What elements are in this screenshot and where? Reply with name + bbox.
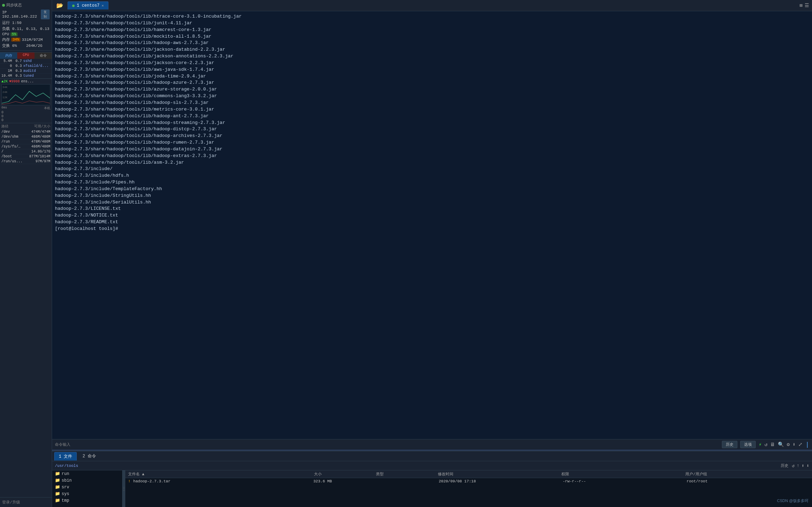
file-row-0[interactable]: ! hadoop-2.7.3.tar 323.6 MB 2020/09/08 1… (125, 478, 812, 484)
sync-status-row: 同步状态 (2, 1, 50, 9)
scrollbar-indicator: | (805, 441, 809, 448)
proc-cmd-3: tuned (23, 74, 51, 78)
login-upgrade-button[interactable]: 登录/升级 (0, 497, 52, 507)
tree-item-tmp[interactable]: 📁 tmp (52, 497, 122, 504)
svg-text:34K: 34K (2, 86, 7, 89)
terminal-output[interactable]: hadoop-2.7.3/share/hadoop/tools/lib/htra… (52, 11, 812, 439)
tree-label-srv: srv (62, 485, 69, 490)
tree-label-tmp: tmp (62, 498, 69, 503)
file-download2-icon[interactable]: ⬇ (806, 463, 809, 469)
disk-avail-1: 486M/486M (31, 135, 50, 139)
settings-icon[interactable]: ⚙ (787, 442, 789, 447)
terminal-line: hadoop-2.7.3/share/hadoop/tools/lib/metr… (55, 106, 809, 113)
terminal-line: hadoop-2.7.3/include/Pipes.hh (55, 179, 809, 186)
disk-row-1[interactable]: /dev/shm 486M/486M (1, 134, 50, 139)
command-bar: 命令输入 历史 选项 ⚡ ↺ 🖥 🔍 ⚙ ⬇ ⤢ | (52, 439, 812, 450)
ip-label: IP 192.168.149.222 (2, 10, 41, 19)
search-icon[interactable]: 🔍 (778, 442, 784, 447)
file-owner-0: root/root (687, 479, 809, 483)
tab-files[interactable]: 1 文件 (54, 452, 77, 461)
tree-item-run[interactable]: 📁 run (52, 470, 122, 477)
folder-run-icon: 📁 (55, 471, 60, 476)
terminal-line: hadoop-2.7.3/share/hadoop/tools/lib/asm-… (55, 159, 809, 166)
disk-row-4[interactable]: / 14.8G/17G (1, 149, 50, 154)
disk-path-1: /dev/shm (1, 135, 23, 139)
tab-connected-dot (72, 5, 75, 7)
disk-path-6: /run/us... (1, 159, 23, 163)
proc-cpu-3: 0.3 (13, 74, 23, 78)
download-icon[interactable]: ⬇ (793, 442, 795, 447)
list-layout-icon[interactable]: ☰ (805, 2, 809, 8)
disk-row-2[interactable]: /run 478M/486M (1, 139, 50, 144)
file-path-bar: /usr/tools 历史 ↺ ↑ ⬆ ⬇ (52, 461, 812, 470)
file-list-header: 文件名 ▲ 大小 类型 修改时间 权限 用户/用户组 (125, 470, 812, 478)
warning-icon-0: ! (128, 479, 131, 483)
disk-col-path: 路径 (1, 124, 8, 129)
terminal-line: hadoop-2.7.3/share/hadoop/tools/lib/jack… (55, 60, 809, 67)
proc-header-mem[interactable]: 内存 (0, 52, 17, 59)
proc-cmd-1: xfsaild/d... (23, 64, 51, 68)
tree-item-sbin[interactable]: 📁 sbin (52, 477, 122, 484)
terminal-line: hadoop-2.7.3/share/hadoop/tools/lib/aws-… (55, 67, 809, 73)
main-panel: 📂 1 centos7 ✕ ⊞ ☰ hadoop-2.7.3/share/had… (52, 0, 812, 507)
col-owner[interactable]: 用户/用户组 (685, 471, 809, 477)
file-tree: 📁 run 📁 sbin 📁 srv 📁 sys (52, 470, 122, 507)
tree-item-sys[interactable]: 📁 sys (52, 490, 122, 497)
disk-row-5[interactable]: /boot 877M/1014M (1, 154, 50, 159)
col-perm[interactable]: 权限 (561, 471, 685, 477)
terminal-line: hadoop-2.7.3/share/hadoop/tools/lib/hado… (55, 40, 809, 46)
proc-header-cpu[interactable]: CPU (17, 52, 34, 59)
options-button[interactable]: 选项 (740, 441, 756, 448)
folder-open-button[interactable]: 📂 (55, 1, 65, 10)
proc-mem-2: 1M (1, 69, 13, 73)
disk-row-6[interactable]: /run/us... 97M/97M (1, 159, 50, 164)
terminal-tab-1[interactable]: 1 centos7 ✕ (68, 1, 108, 10)
history-button[interactable]: 历史 (722, 441, 737, 448)
lightning-icon[interactable]: ⚡ (759, 442, 761, 447)
swap-label: 交换 (2, 44, 10, 48)
proc-header-cmd[interactable]: 命令 (34, 52, 52, 59)
expand-icon[interactable]: ⤢ (798, 442, 802, 447)
proc-cpu-0: 0.7 (13, 59, 23, 63)
mem-label: 内存 (2, 37, 10, 42)
copy-ip-button[interactable]: 复制 (41, 10, 50, 19)
col-size[interactable]: 大小 (314, 471, 376, 477)
tree-label-sbin: sbin (62, 478, 72, 483)
sync-status-label: 同步状态 (6, 2, 22, 8)
proc-row-0[interactable]: 5.4M 0.7 sshd (0, 59, 52, 64)
file-history-button[interactable]: 历史 (779, 463, 790, 469)
monitor-icon[interactable]: 🖥 (770, 442, 775, 447)
col-date[interactable]: 修改时间 (438, 471, 562, 477)
file-up-icon[interactable]: ↑ (797, 463, 800, 468)
proc-row-1[interactable]: 0 0.3 xfsaild/d... (0, 64, 52, 69)
file-name-cell-0: ! hadoop-2.7.3.tar (128, 479, 312, 483)
grid-layout-icon[interactable]: ⊞ (800, 2, 802, 8)
disk-row-3[interactable]: /sys/fs/... 486M/486M (1, 144, 50, 149)
refresh-icon[interactable]: ↺ (764, 442, 767, 447)
file-refresh-icon[interactable]: ↺ (792, 463, 795, 469)
cmd-input-area: 命令输入 (55, 442, 719, 447)
disk-section: 路径 可用/大小 /dev 474M/474M /dev/shm 486M/48… (0, 123, 52, 165)
tab-label: 1 centos7 (77, 3, 100, 8)
proc-row-2[interactable]: 1M 0.3 auditd (0, 69, 52, 74)
terminal-line: hadoop-2.7.3/share/hadoop/tools/lib/hado… (55, 146, 809, 153)
col-type[interactable]: 类型 (376, 471, 438, 477)
tab-commands[interactable]: 2 命令 (78, 452, 100, 460)
file-upload-icon[interactable]: ⬆ (801, 463, 804, 469)
terminal-line: hadoop-2.7.3/share/hadoop/tools/lib/hado… (55, 139, 809, 146)
disk-row-0[interactable]: /dev 474M/474M (1, 130, 50, 134)
net-val-0: 0 (1, 111, 4, 114)
tree-divider[interactable] (122, 470, 125, 507)
disk-header: 路径 可用/大小 (1, 124, 50, 129)
tab-close-button[interactable]: ✕ (102, 4, 104, 8)
file-browser: 📁 run 📁 sbin 📁 srv 📁 sys (52, 470, 812, 507)
sidebar: 同步状态 IP 192.168.149.222 复制 运行 1:50 负载 0.… (0, 0, 52, 507)
current-path: /usr/tools (55, 464, 78, 468)
proc-mem-1: 0 (1, 64, 13, 68)
cmd-input-label: 命令输入 (55, 442, 70, 447)
col-filename[interactable]: 文件名 ▲ (128, 471, 314, 477)
tab-bar: 1 centos7 ✕ (68, 0, 797, 11)
tree-label-run: run (62, 471, 69, 476)
tree-item-srv[interactable]: 📁 srv (52, 484, 122, 490)
proc-row-3[interactable]: 19.4M 0.3 tuned (0, 74, 52, 79)
